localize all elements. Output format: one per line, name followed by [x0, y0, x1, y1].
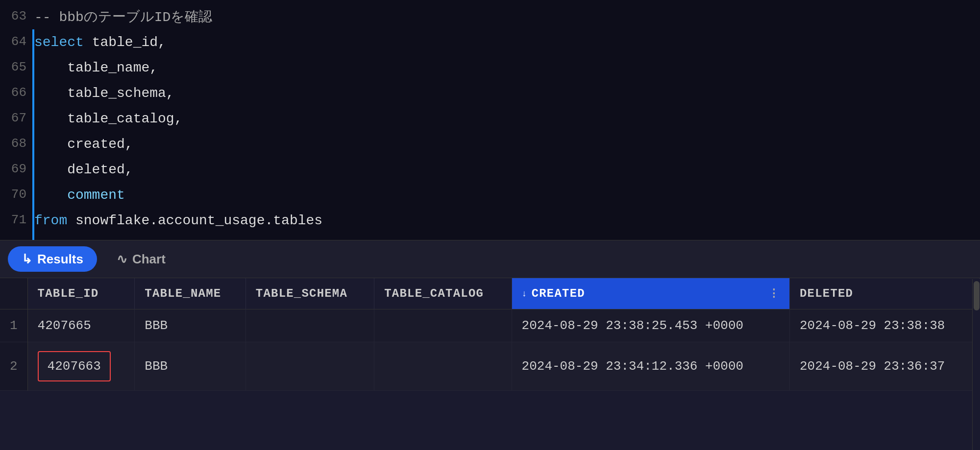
col-header-rownum — [0, 278, 27, 309]
col-label-deleted: DELETED — [800, 287, 853, 300]
code-token: -- bbbのテーブルIDを確認 — [34, 7, 212, 26]
code-token: comment — [34, 188, 125, 203]
scrollbar-thumb[interactable] — [974, 281, 980, 310]
code-token: table_schema, — [34, 86, 174, 101]
col-header-table-name[interactable]: TABLE_NAME — [135, 278, 246, 309]
code-line-63: -- bbbのテーブルIDを確認 — [34, 4, 980, 29]
code-container: 63 64 65 66 67 68 69 70 71 72 73 74 75 7… — [0, 0, 980, 240]
table-row: 1 4207665 BBB 2024-08-29 23:38:25.453 +0… — [0, 309, 980, 342]
code-token: where — [34, 238, 75, 240]
col-label-table-id: TABLE_ID — [38, 287, 99, 300]
chart-tab[interactable]: ∿ Chart — [103, 246, 179, 272]
code-token: from — [34, 213, 75, 228]
cell-table-id-1: 4207665 — [27, 309, 135, 342]
col-header-table-id[interactable]: TABLE_ID — [27, 278, 135, 309]
code-line-65: table_name, — [34, 55, 980, 80]
cell-deleted-2: 2024-08-29 23:36:37 — [789, 342, 980, 391]
table-header-row: TABLE_ID TABLE_NAME TABLE_SCHEMA — [0, 278, 980, 309]
cell-row-num-1: 1 — [0, 309, 27, 342]
results-tab[interactable]: ↳ Results — [8, 246, 97, 272]
col-label-table-catalog: TABLE_CATALOG — [384, 287, 484, 300]
code-line-67: table_catalog, — [34, 106, 980, 131]
cell-table-name-1: BBB — [135, 309, 246, 342]
line-num-72: 72 — [0, 233, 26, 240]
col-header-created[interactable]: ↓ CREATED ⋮ — [512, 278, 789, 309]
cell-created-1: 2024-08-29 23:38:25.453 +0000 — [512, 309, 789, 342]
chart-tab-label: Chart — [132, 252, 166, 267]
line-num-64: 64 — [0, 29, 26, 55]
cell-table-id-2: 4207663 — [27, 342, 135, 391]
cell-table-schema-1 — [245, 309, 374, 342]
cell-deleted-1: 2024-08-29 23:38:38 — [789, 309, 980, 342]
col-label-table-schema: TABLE_SCHEMA — [256, 287, 347, 300]
line-num-68: 68 — [0, 131, 26, 157]
code-token: snowflake.account_usage.tables — [75, 213, 322, 228]
results-icon: ↳ — [22, 252, 32, 267]
code-line-66: table_schema, — [34, 80, 980, 106]
table-row: 2 4207663 BBB 2024-08-29 23:34:12.336 +0… — [0, 342, 980, 391]
code-line-70: comment — [34, 182, 980, 208]
line-num-67: 67 — [0, 106, 26, 131]
col-header-table-catalog[interactable]: TABLE_CATALOG — [374, 278, 512, 309]
results-tab-label: Results — [37, 252, 83, 267]
code-token: select — [34, 35, 92, 50]
code-line-71: from snowflake.account_usage.tables — [34, 208, 980, 233]
cell-created-2: 2024-08-29 23:34:12.336 +0000 — [512, 342, 789, 391]
code-token: deleted, — [34, 162, 133, 177]
sort-down-icon: ↓ — [522, 289, 528, 299]
results-panel: TABLE_ID TABLE_NAME TABLE_SCHEMA — [0, 278, 980, 450]
line-num-66: 66 — [0, 80, 26, 106]
line-num-70: 70 — [0, 182, 26, 208]
code-editor: 63 64 65 66 67 68 69 70 71 72 73 74 75 7… — [0, 0, 980, 240]
results-table-wrapper: TABLE_ID TABLE_NAME TABLE_SCHEMA — [0, 278, 980, 450]
line-num-63: 63 — [0, 4, 26, 29]
cell-row-num-2: 2 — [0, 342, 27, 391]
col-header-table-schema[interactable]: TABLE_SCHEMA — [245, 278, 374, 309]
line-numbers: 63 64 65 66 67 68 69 70 71 72 73 74 75 7… — [0, 0, 34, 240]
code-token: table_name, — [34, 60, 158, 75]
line-num-65: 65 — [0, 55, 26, 80]
col-label-table-name: TABLE_NAME — [145, 287, 221, 300]
code-token: created, — [34, 137, 133, 152]
code-token: table_id, — [92, 35, 166, 50]
cell-table-catalog-2 — [374, 342, 512, 391]
code-lines[interactable]: -- bbbのテーブルIDを確認 select table_id, table_… — [34, 0, 980, 240]
cell-table-schema-2 — [245, 342, 374, 391]
col-menu-icon[interactable]: ⋮ — [768, 287, 780, 300]
vertical-scrollbar[interactable] — [972, 279, 980, 450]
results-table: TABLE_ID TABLE_NAME TABLE_SCHEMA — [0, 278, 980, 391]
line-num-71: 71 — [0, 208, 26, 233]
code-line-64: select table_id, — [34, 29, 980, 55]
cell-table-catalog-1 — [374, 309, 512, 342]
code-token: table_catalog, — [34, 111, 182, 126]
col-label-created: CREATED — [532, 287, 585, 300]
col-header-deleted[interactable]: DELETED — [789, 278, 980, 309]
code-line-72: where — [34, 233, 980, 240]
chart-icon: ∿ — [117, 252, 127, 267]
cell-table-name-2: BBB — [135, 342, 246, 391]
main-layout: 63 64 65 66 67 68 69 70 71 72 73 74 75 7… — [0, 0, 980, 450]
code-line-69: deleted, — [34, 157, 980, 182]
line-num-69: 69 — [0, 157, 26, 182]
highlighted-cell: 4207663 — [38, 351, 111, 381]
tabs-bar: ↳ Results ∿ Chart — [0, 240, 980, 278]
code-line-68: created, — [34, 131, 980, 157]
